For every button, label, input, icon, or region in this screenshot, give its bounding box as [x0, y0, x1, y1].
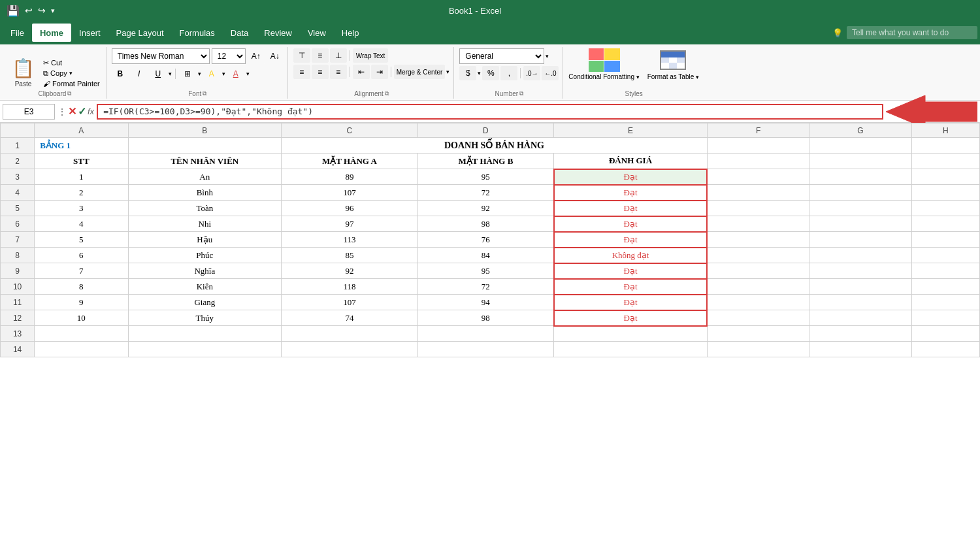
col-header-a[interactable]: A [35, 123, 128, 138]
cell-f9[interactable] [707, 263, 809, 279]
cell-h6[interactable] [911, 216, 979, 232]
cell-b5[interactable]: Toàn [128, 201, 282, 216]
menu-formulas[interactable]: Formulas [172, 24, 223, 42]
align-bottom-button[interactable]: ⊥ [330, 48, 347, 63]
insert-function-icon[interactable]: fx [88, 106, 94, 116]
cell-d5[interactable]: 92 [417, 201, 554, 216]
cell-g3[interactable] [809, 169, 911, 185]
conditional-formatting-icon[interactable] [589, 48, 620, 72]
menu-page-layout[interactable]: Page Layout [108, 24, 172, 42]
col-header-d[interactable]: D [417, 123, 554, 138]
row-header-13[interactable]: 13 [1, 326, 35, 342]
cell-f13[interactable] [707, 326, 809, 342]
quick-access-more[interactable]: ▾ [51, 7, 55, 15]
cell-d7[interactable]: 76 [417, 232, 554, 248]
cell-d13[interactable] [417, 326, 554, 342]
conditional-formatting-label[interactable]: Conditional Formatting ▾ [568, 73, 639, 80]
merge-dropdown[interactable]: ▾ [446, 69, 449, 75]
cell-c12[interactable]: 74 [282, 310, 418, 326]
cell-f6[interactable] [707, 216, 809, 232]
cell-f4[interactable] [707, 185, 809, 201]
align-center-button[interactable]: ≡ [312, 65, 329, 79]
cell-h4[interactable] [911, 185, 979, 201]
cell-a13[interactable] [35, 326, 128, 342]
cell-c2[interactable]: MẶT HÀNG A [282, 154, 418, 169]
cell-f11[interactable] [707, 295, 809, 310]
cell-c7[interactable]: 113 [282, 232, 418, 248]
undo-icon[interactable]: ↩ [25, 5, 33, 16]
cell-g1[interactable] [809, 138, 911, 154]
number-label[interactable]: Number ⧉ [455, 90, 563, 97]
bold-button[interactable]: B [112, 66, 129, 82]
comma-button[interactable]: , [500, 66, 517, 80]
cell-h13[interactable] [911, 326, 979, 342]
cell-a7[interactable]: 5 [35, 232, 128, 248]
fill-color-button[interactable]: A [203, 66, 220, 82]
cell-g10[interactable] [809, 279, 911, 295]
menu-file[interactable]: File [3, 24, 32, 42]
cell-e10[interactable]: Đạt [554, 279, 708, 295]
row-header-14[interactable]: 14 [1, 342, 35, 357]
cell-b6[interactable]: Nhi [128, 216, 282, 232]
cell-b13[interactable] [128, 326, 282, 342]
cell-e2[interactable]: ĐÁNH GIÁ [554, 154, 708, 169]
cell-c5[interactable]: 96 [282, 201, 418, 216]
fill-dropdown[interactable]: ▾ [222, 71, 225, 77]
cell-h12[interactable] [911, 310, 979, 326]
row-header-10[interactable]: 10 [1, 279, 35, 295]
copy-button[interactable]: ⧉ Copy ▾ [41, 69, 102, 78]
row-header-12[interactable]: 12 [1, 310, 35, 326]
align-left-button[interactable]: ≡ [293, 65, 310, 79]
font-color-dropdown[interactable]: ▾ [246, 71, 250, 77]
cell-b7[interactable]: Hậu [128, 232, 282, 248]
menu-data[interactable]: Data [223, 24, 256, 42]
currency-button[interactable]: $ [459, 66, 476, 80]
cell-a12[interactable]: 10 [35, 310, 128, 326]
menu-view[interactable]: View [300, 24, 334, 42]
font-decrease-button[interactable]: A↓ [267, 48, 284, 64]
cell-d10[interactable]: 72 [417, 279, 554, 295]
indent-decrease-button[interactable]: ⇤ [353, 65, 370, 79]
alignment-expand[interactable]: ⧉ [385, 90, 389, 97]
cell-e13[interactable] [554, 326, 708, 342]
cell-a4[interactable]: 2 [35, 185, 128, 201]
cell-d12[interactable]: 98 [417, 310, 554, 326]
cell-f1[interactable] [707, 138, 809, 154]
cell-g11[interactable] [809, 295, 911, 310]
merge-center-button[interactable]: Merge & Center [394, 65, 446, 79]
cell-g6[interactable] [809, 216, 911, 232]
redo-icon[interactable]: ↪ [38, 5, 46, 16]
cell-d11[interactable]: 94 [417, 295, 554, 310]
menu-help[interactable]: Help [334, 24, 367, 42]
cell-g13[interactable] [809, 326, 911, 342]
clipboard-expand[interactable]: ⧉ [67, 90, 71, 97]
col-header-g[interactable]: G [809, 123, 911, 138]
cell-b3[interactable]: An [128, 169, 282, 185]
row-header-1[interactable]: 1 [1, 138, 35, 154]
align-right-button[interactable]: ≡ [330, 65, 347, 79]
save-icon[interactable]: 💾 [7, 5, 20, 17]
cell-h10[interactable] [911, 279, 979, 295]
cell-a5[interactable]: 3 [35, 201, 128, 216]
cell-a9[interactable]: 7 [35, 263, 128, 279]
cell-e5[interactable]: Đạt [554, 201, 708, 216]
cell-b8[interactable]: Phúc [128, 248, 282, 263]
cancel-formula-icon[interactable]: ✕ [68, 105, 76, 118]
cell-d4[interactable]: 72 [417, 185, 554, 201]
formula-input[interactable] [97, 104, 883, 120]
menu-home[interactable]: Home [32, 24, 71, 42]
row-header-6[interactable]: 6 [1, 216, 35, 232]
cell-b12[interactable]: Thúy [128, 310, 282, 326]
col-header-b[interactable]: B [128, 123, 282, 138]
cell-f7[interactable] [707, 232, 809, 248]
row-header-9[interactable]: 9 [1, 263, 35, 279]
fat-dropdown[interactable]: ▾ [696, 74, 699, 80]
border-dropdown[interactable]: ▾ [198, 71, 201, 77]
cell-a8[interactable]: 6 [35, 248, 128, 263]
col-header-h[interactable]: H [911, 123, 979, 138]
cell-g12[interactable] [809, 310, 911, 326]
clipboard-label[interactable]: Clipboard ⧉ [4, 90, 106, 97]
font-family-select[interactable]: Times New Roman Arial Calibri [112, 48, 210, 64]
cell-reference-input[interactable] [3, 104, 55, 120]
cell-b2[interactable]: TÊN NHÂN VIÊN [128, 154, 282, 169]
